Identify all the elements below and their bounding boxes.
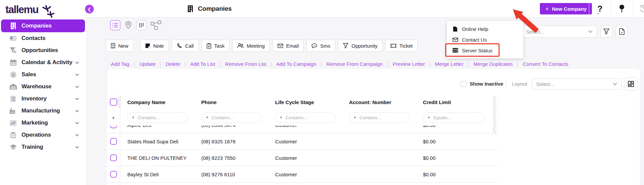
show-inactive-checkbox[interactable] [461,81,466,87]
sidebar-item-marketing[interactable]: Marketing [0,117,86,129]
meeting-button[interactable]: Meeting [232,40,269,52]
remove-from-list-link[interactable]: Remove From List [225,61,276,67]
page-title-cluster: Companies [187,0,232,17]
export-excel-button[interactable]: x [616,26,628,38]
cell-credit-limit: $0.00 [416,155,490,161]
email-button[interactable]: Email [272,40,304,52]
funnel-icon [343,43,348,48]
svg-text:x: x [621,31,623,34]
column-header-credit-limit[interactable]: Credit Limit [416,99,490,105]
logo[interactable]: tallemu [0,0,86,19]
table-row[interactable]: Bayley St Deli (08) 9276 6110 Customer $… [107,166,497,183]
show-inactive-label: Show Inactive [470,81,503,87]
funnel-icon: ▼ [132,116,135,119]
column-header-company-name[interactable]: Company Name [120,99,194,105]
new-company-button[interactable]: + New Company [540,3,592,14]
merge-letter-link[interactable]: Merge Letter [435,61,474,67]
filter-input-credit-limit[interactable]: ▼Equals... [423,112,484,123]
new-button[interactable]: New [106,40,133,52]
sms-button[interactable]: Sms [306,40,335,52]
cell-life-cycle-stage: Customer [268,155,342,161]
sidebar-item-opportunities[interactable]: $ Opportunities [0,44,86,56]
help-button[interactable]: ? [589,0,611,17]
funnel-dollar-icon: $ [9,47,17,54]
convert-to-contacts-link[interactable]: Convert To Contacts [523,61,568,67]
delete-link[interactable]: Delete [166,61,190,67]
menu-item-server-status[interactable]: Server Status [447,45,523,56]
add-to-list-link[interactable]: Add To List [190,61,225,67]
row-checkbox[interactable] [110,126,117,128]
row-checkbox[interactable] [110,138,117,145]
envelope-icon [277,44,283,48]
select-all-checkbox[interactable] [110,98,117,106]
sidebar-item-label: Companies [22,22,52,29]
chevron-down-icon [75,98,79,100]
filter-input-life-cycle-stage[interactable]: ▼Contains... [275,112,336,123]
factory-icon [9,107,17,114]
call-button[interactable]: Call [172,40,199,52]
question-mark-icon: ? [597,5,602,13]
table-scrollbar[interactable] [493,96,496,134]
sidebar-item-sales[interactable]: $ Sales [0,68,86,81]
sidebar-item-manufacturing[interactable]: Manufacturing [0,105,86,117]
menu-item-contact-us[interactable]: Contact Us [447,34,523,45]
controls-divider [506,79,506,88]
merge-duplicates-link[interactable]: Merge Duplicates [474,61,523,67]
column-header-life-cycle-stage[interactable]: Life Cycle Stage [268,99,342,105]
warehouse-icon [9,83,17,90]
map-view-button[interactable] [123,20,133,30]
emu-footprints-icon [40,5,56,20]
whats-new-button[interactable] [611,0,633,17]
table-row[interactable]: THE DELI ON PULTENEY (08) 8223 7550 Cust… [107,150,497,166]
filter-input-account-number[interactable]: ▼Contains... [349,112,410,123]
sidebar-item-calendar-activity[interactable]: Calendar & Activity [0,56,86,68]
filter-button[interactable] [600,26,612,38]
column-header-account-number[interactable]: Account: Number [342,99,416,105]
chevron-down-icon [75,74,79,76]
row-checkbox[interactable] [110,154,117,161]
kanban-view-button[interactable] [136,20,146,30]
sidebar-item-operations[interactable]: Operations [0,129,86,141]
filter-input-company-name[interactable]: ▼Contains... [127,112,188,123]
filter-placeholder: Equals... [433,115,451,120]
update-link[interactable]: Update [139,61,166,67]
sidebar-item-training[interactable]: Training [0,141,86,153]
layout-label: Layout: [512,81,528,87]
sidebar-item-inventory[interactable]: Inventory [0,93,86,105]
list-view-button[interactable] [110,20,120,30]
table-row[interactable]: Alpine Deli (08) 8344 5474 Customer $0.0… [107,126,497,133]
history-button[interactable] [633,0,644,17]
hierarchy-view-button[interactable] [149,20,162,30]
column-scrollbar-indicator[interactable] [118,96,121,109]
menu-item-online-help[interactable]: Online Help [447,24,523,34]
collapse-sidebar-button[interactable]: ❮ [85,5,94,13]
sidebar-item-label: Sales [22,71,36,78]
ticket-button[interactable]: Ticket [385,40,418,52]
sidebar-item-contacts[interactable]: Contacts [0,32,86,44]
column-header-phone[interactable]: Phone [194,99,268,105]
sidebar-item-label: Contacts [22,35,45,42]
cell-life-cycle-stage: Customer [268,126,342,128]
opportunity-button[interactable]: Opportunity [338,40,383,52]
cell-credit-limit: $0.00 [416,139,490,144]
calendar-icon [9,59,17,66]
row-checkbox[interactable] [110,171,117,178]
sidebar-item-companies[interactable]: Companies [1,19,85,32]
remove-from-campaign-link[interactable]: Remove From Campaign [326,61,392,67]
saved-filter-select[interactable]: Select... [522,26,597,38]
action-label: New [118,43,128,49]
saved-filter-value: Select... [526,29,544,35]
preview-letter-link[interactable]: Preview Letter [393,61,435,67]
grid-layout-button[interactable] [624,77,638,91]
table-row[interactable]: States Road Supa Deli (08) 8325 1678 Cus… [107,133,497,150]
funnel-icon [603,29,609,35]
add-tag-link[interactable]: Add Tag [111,61,139,67]
funnel-icon[interactable]: ▼ [112,116,115,120]
sidebar-item-warehouse[interactable]: Warehouse [0,81,86,93]
task-button[interactable]: Task [202,40,230,52]
add-to-campaign-link[interactable]: Add To Campaign [276,61,327,67]
filter-input-phone[interactable]: ▼Contains... [201,112,262,123]
cell-company-name: Alpine Deli [120,126,194,128]
note-button[interactable]: Note [140,40,169,52]
layout-select[interactable]: Select... [532,78,621,90]
